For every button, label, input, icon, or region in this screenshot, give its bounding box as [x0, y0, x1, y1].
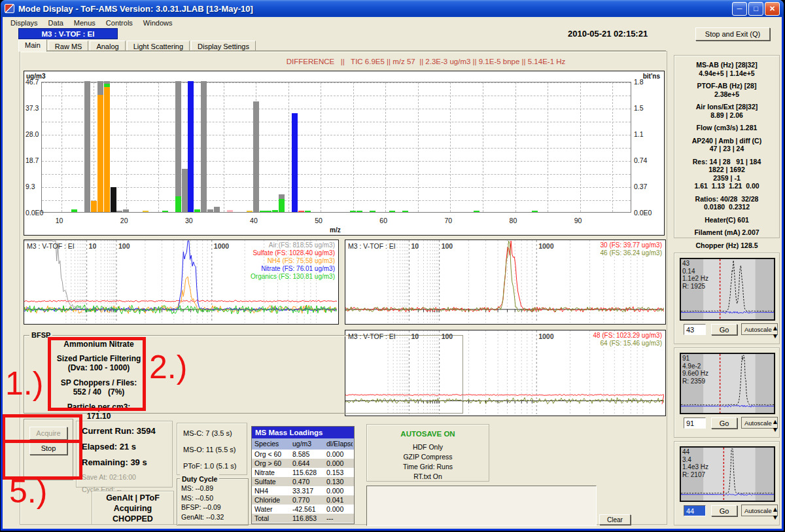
spinner-down-icon[interactable]: ▼: [772, 332, 778, 340]
acquisition-status-box: GenAlt | PToFAcquiringCHOPPED: [92, 491, 174, 525]
go-button[interactable]: Go: [711, 505, 737, 516]
bfsp-calibrant: Ammonium Nitrate: [46, 340, 151, 349]
go-button[interactable]: Go: [711, 417, 737, 429]
tab-main[interactable]: Main: [18, 39, 47, 52]
tab-light-scattering[interactable]: Light Scattering: [127, 41, 190, 52]
bar-mz-20: [123, 209, 129, 212]
mode-tab[interactable]: M3 : V-TOF : EI: [18, 28, 118, 39]
mz-input[interactable]: [684, 324, 706, 335]
bar-mz-42: [266, 211, 271, 212]
menu-item-displays[interactable]: Displays: [5, 18, 43, 28]
minimize-button[interactable]: ─: [732, 2, 747, 16]
autoscale-label: Autoscale: [744, 507, 772, 514]
peak-info-line: 9.6e0 Hz: [682, 370, 708, 378]
menu-bar: DisplaysDataMenusControlsWindows: [3, 17, 782, 29]
autoscale-spinner[interactable]: ▲▼: [772, 324, 778, 334]
mass-loadings-title: MS Mass Loadings: [252, 427, 354, 438]
table-row: Chloride0.7700.041: [252, 495, 354, 505]
x-axis-title: m/z: [330, 226, 341, 234]
table-cell: Water: [252, 505, 290, 514]
status-line-0: GenAlt | PToF: [92, 493, 173, 503]
app-client-area: DisplaysDataMenusControlsWindows M3 : V-…: [3, 17, 782, 529]
tab-analog[interactable]: Analog: [90, 41, 125, 52]
autoscale-control[interactable]: Autoscale▲▼: [741, 505, 778, 516]
peak-info-line: R: 2359: [682, 378, 708, 385]
bar-mz-15: [91, 201, 97, 212]
x-axis-decade-label: 100: [118, 242, 130, 250]
stat-line: Heater(C) 601: [674, 216, 779, 224]
x-tick: 90: [574, 217, 582, 224]
spinner-up-icon[interactable]: ▲: [772, 324, 778, 332]
ptof-species-line-plot: M3 : V-TOF : EI101001000Air (FS: 818.55 …: [24, 239, 339, 325]
bfsp-line-0: Sized Particle Filtering (Dva: 100 - 100…: [46, 354, 151, 372]
autoscale-control[interactable]: Autoscale▲▼: [741, 417, 778, 429]
title-bar[interactable]: Mode Display - ToF-AMS Version: 3.0.31.J…: [1, 0, 784, 17]
column-header-ug/m3: ug/m3: [290, 438, 324, 450]
legend-entry: Nitrate (FS: 76.01 ug/m3): [251, 265, 335, 273]
autoscale-spinner[interactable]: ▲▼: [772, 505, 778, 516]
autoscale-control[interactable]: Autoscale▲▼: [741, 323, 778, 335]
legend-entry: 64 (FS: 15.46 ug/m3): [593, 340, 662, 347]
bar-mz-18: [111, 187, 116, 212]
app-icon: [5, 4, 14, 13]
table-cell: 116.853: [290, 514, 324, 523]
table-cell: 115.628: [290, 468, 324, 477]
tab-raw-ms[interactable]: Raw MS: [48, 41, 89, 52]
y-tick-left: 28.0: [26, 130, 40, 138]
go-button[interactable]: Go: [711, 324, 737, 335]
menu-item-controls[interactable]: Controls: [101, 18, 138, 28]
clear-log-button[interactable]: Clear: [599, 514, 631, 525]
menu-item-data[interactable]: Data: [43, 18, 69, 28]
bar-mz-61: [389, 211, 395, 212]
message-log-area[interactable]: [366, 486, 597, 526]
table-cell: 0.770: [290, 495, 324, 505]
x-axis-decade-label: 1000: [538, 332, 553, 340]
x-axis-decade-label: 1000: [538, 242, 553, 250]
spinner-down-icon[interactable]: ▼: [772, 513, 778, 521]
mz-input[interactable]: [684, 505, 706, 516]
spinner-up-icon[interactable]: ▲: [772, 505, 778, 513]
bar-mz-23: [143, 211, 148, 212]
bar-mz-30: [188, 81, 194, 212]
acquire-button[interactable]: Acquire: [29, 427, 67, 440]
datetime-label: 2010-05-21 02:15:21: [568, 29, 648, 39]
tab-display-settings[interactable]: Display Settings: [191, 41, 256, 52]
table-row: Org > 600.6440.000: [252, 459, 354, 468]
save-at-label: Save At: 02:16:00: [82, 473, 172, 481]
x-tick: 40: [250, 217, 258, 224]
remaining-label: Remaining: 39 s: [82, 457, 172, 467]
stat-line: 1.61 1.13 1.21 0.00: [674, 182, 779, 190]
peak-monitor-panel-43: 430.141.1e2 HzR: 1925GoAutoscale▲▼: [674, 253, 780, 344]
close-button[interactable]: ✕: [765, 2, 780, 16]
menu-item-windows[interactable]: Windows: [138, 18, 178, 28]
app-window: Mode Display - ToF-AMS Version: 3.0.31.J…: [1, 0, 784, 531]
stop-and-exit-button[interactable]: Stop and Exit (Q): [695, 27, 770, 41]
peak-info-line: R: 2107: [682, 471, 708, 479]
bar-mz-58: [370, 211, 375, 212]
ms-difference-bar-chart: ug/m3bit'ns0.0E09.318.728.037.346.70.0E0…: [24, 71, 665, 236]
stop-button[interactable]: Stop: [29, 442, 67, 455]
maximize-button[interactable]: □: [748, 2, 763, 16]
spinner-up-icon[interactable]: ▲: [772, 417, 778, 425]
peak-monitor-panel-44: 443.41.4e3 HzR: 2107GoAutoscale▲▼: [674, 441, 780, 525]
y-tick-right: 0.0E0: [634, 209, 652, 217]
mz-input[interactable]: [684, 417, 706, 429]
bar-mz-47: [298, 211, 304, 212]
duty-cycle-groupbox: Duty Cycle MS: --0.89MS: --0.50BFSP: --0…: [177, 478, 249, 525]
table-cell: NH4: [252, 486, 290, 495]
x-axis-decade-label: 10: [411, 242, 419, 250]
y-tick-left: 9.3: [26, 183, 40, 190]
table-cell: 0.470: [290, 477, 324, 486]
menu-item-menus[interactable]: Menus: [69, 18, 101, 28]
table-cell: 0.041: [324, 495, 353, 505]
stat-line: 2359 | -1: [674, 174, 779, 183]
stat-line: 8.89 | 2.06: [674, 111, 779, 120]
autosave-option-3: RT.txt On: [367, 472, 489, 482]
bar-mz-16: [97, 95, 103, 212]
x-axis-decade-label: 1000: [214, 242, 229, 250]
autoscale-spinner[interactable]: ▲▼: [772, 417, 778, 428]
spinner-down-icon[interactable]: ▼: [772, 425, 778, 433]
table-cell: 8.585: [290, 450, 324, 459]
autosave-option-0: HDF Only: [367, 442, 489, 452]
y-tick-right: 1.1: [634, 130, 644, 138]
